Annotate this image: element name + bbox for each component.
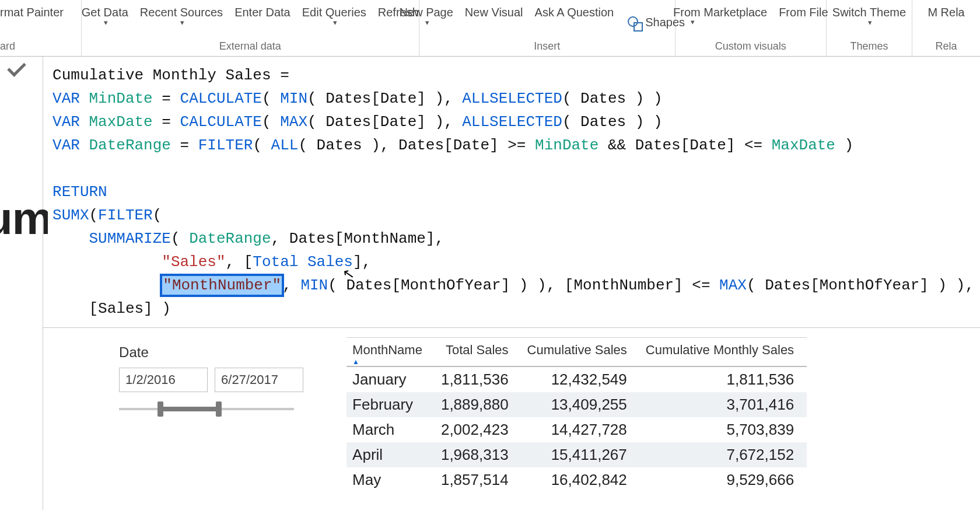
formula-bar[interactable]: Cumulative Monthly Sales = VAR MinDate =… <box>43 57 980 328</box>
recent-sources-button[interactable]: Recent Sources▾ <box>136 6 226 38</box>
ribbon-group-relationships: M Rela Rela <box>912 0 980 56</box>
from-marketplace-button[interactable]: From Marketplace <box>670 6 771 38</box>
ribbon-group-label: External data <box>84 38 416 56</box>
cell-value: 1,968,313 <box>435 442 522 467</box>
cell-value: 12,432,549 <box>522 366 640 392</box>
report-canvas[interactable]: Date MonthName <box>43 328 980 510</box>
edit-queries-button[interactable]: Edit Queries▾ <box>299 6 370 38</box>
ribbon-group-clipboard: rmat Painter ard <box>0 0 82 56</box>
shapes-icon <box>625 14 642 30</box>
cell-value: 1,811,536 <box>435 366 522 392</box>
col-monthname[interactable]: MonthName <box>346 338 435 366</box>
cell-value: 7,672,152 <box>640 442 807 467</box>
view-switcher-strip: um <box>0 57 43 510</box>
cell-month: May <box>346 467 435 492</box>
commit-formula-icon[interactable] <box>9 60 30 81</box>
slider-handle-start[interactable] <box>158 401 163 417</box>
format-painter-button[interactable]: rmat Painter <box>0 6 64 38</box>
ribbon: rmat Painter ard Get Data▾ Recent Source… <box>0 0 980 57</box>
ask-a-question-button[interactable]: Ask A Question <box>531 6 618 38</box>
col-cumulative-sales[interactable]: Cumulative Sales <box>522 338 640 366</box>
ribbon-group-label: Insert <box>422 38 673 56</box>
from-file-button[interactable]: From File <box>775 6 831 38</box>
slicer-start-date-input[interactable] <box>119 368 208 392</box>
ribbon-group-external-data: Get Data▾ Recent Sources▾ Enter Data Edi… <box>82 0 419 56</box>
cell-month: April <box>346 442 435 467</box>
cell-value: 1,857,514 <box>435 467 522 492</box>
cell-value: 16,402,842 <box>522 467 640 492</box>
report-title-fragment: um <box>0 192 48 245</box>
table-row[interactable]: January1,811,53612,432,5491,811,536 <box>346 366 807 392</box>
ribbon-group-custom-visuals: From Marketplace From File Custom visual… <box>676 0 827 56</box>
ribbon-group-label: ard <box>0 38 79 56</box>
cell-value: 13,409,255 <box>522 392 640 417</box>
ribbon-group-insert: New Page▾ New Visual Ask A Question Shap… <box>419 0 676 56</box>
cell-value: 1,811,536 <box>640 366 807 392</box>
switch-theme-button[interactable]: Switch Theme▾ <box>829 6 909 38</box>
cell-value: 1,889,880 <box>435 392 522 417</box>
table-row[interactable]: March2,002,42314,427,7285,703,839 <box>346 417 807 442</box>
cell-value: 5,703,839 <box>640 417 807 442</box>
table-row[interactable]: April1,968,31315,411,2677,672,152 <box>346 442 807 467</box>
date-slicer[interactable]: Date <box>119 344 303 414</box>
table-row[interactable]: February1,889,88013,409,2553,701,416 <box>346 392 807 417</box>
cell-value: 15,411,267 <box>522 442 640 467</box>
cell-value: 9,529,666 <box>640 467 807 492</box>
cell-month: March <box>346 417 435 442</box>
ribbon-group-label: Rela <box>915 38 978 56</box>
ribbon-group-themes: Switch Theme▾ Themes <box>827 0 912 56</box>
slicer-title: Date <box>119 344 303 361</box>
slicer-range-slider[interactable] <box>119 404 294 414</box>
formula-text[interactable]: Cumulative Monthly Sales = VAR MinDate =… <box>43 57 980 327</box>
new-page-button[interactable]: New Page▾ <box>396 6 457 38</box>
slicer-end-date-input[interactable] <box>215 368 303 392</box>
col-cumulative-monthly-sales[interactable]: Cumulative Monthly Sales <box>640 338 807 366</box>
slider-handle-end[interactable] <box>216 401 222 417</box>
get-data-button[interactable]: Get Data▾ <box>78 6 132 38</box>
cell-value: 3,701,416 <box>640 392 807 417</box>
enter-data-button[interactable]: Enter Data <box>231 6 294 38</box>
relationships-button[interactable]: M Rela <box>924 6 968 38</box>
cell-month: January <box>346 366 435 392</box>
cell-value: 14,427,728 <box>522 417 640 442</box>
new-visual-button[interactable]: New Visual <box>461 6 527 38</box>
sales-table-visual[interactable]: MonthName Total Sales Cumulative Sales C… <box>346 337 807 492</box>
col-total-sales[interactable]: Total Sales <box>435 338 522 366</box>
table-row[interactable]: May1,857,51416,402,8429,529,666 <box>346 467 807 492</box>
ribbon-group-label: Custom visuals <box>678 38 824 56</box>
ribbon-group-label: Themes <box>829 38 909 56</box>
cell-month: February <box>346 392 435 417</box>
cell-value: 2,002,423 <box>435 417 522 442</box>
